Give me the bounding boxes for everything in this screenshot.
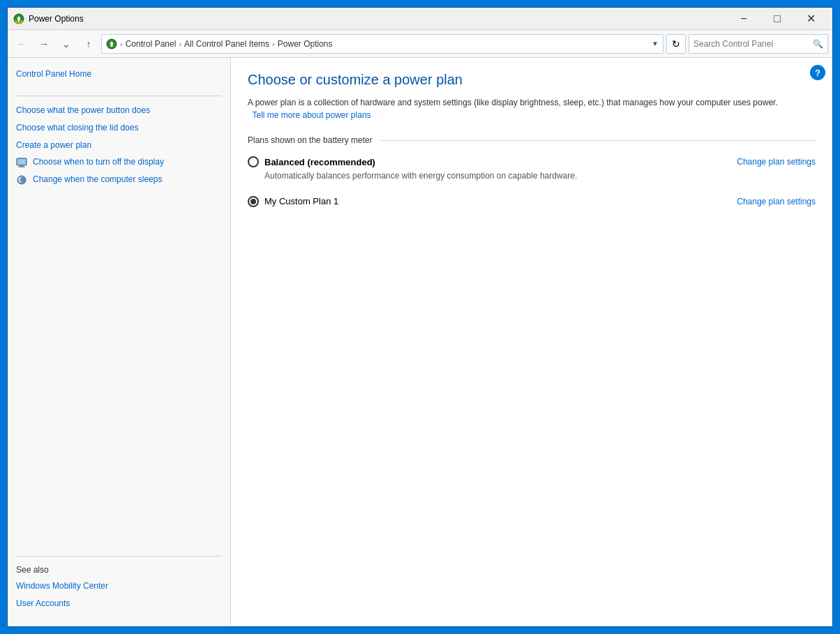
sidebar-item-computer-sleeps[interactable]: Change when the computer sleeps [16,174,222,186]
sidebar-link-label-power-button: Choose what the power button does [16,105,150,116]
app-icon [13,13,24,24]
main-window: Power Options − □ ✕ ← → ⌄ ↑ › Control Pa… [7,7,833,627]
sidebar-home-link[interactable]: Control Panel Home [16,69,222,79]
title-bar: Power Options − □ ✕ [8,8,832,30]
dropdown-arrow-button[interactable]: ⌄ [57,34,76,54]
description-link-text: Tell me more about power plans [252,110,370,120]
sidebar-link-label-closing-lid: Choose what closing the lid does [16,122,138,134]
plan-change-link-balanced[interactable]: Change plan settings [737,157,816,167]
up-button[interactable]: ↑ [79,34,98,54]
minimize-button[interactable]: − [728,8,760,29]
sidebar-divider-1 [16,96,222,96]
sep3: › [272,40,275,48]
sidebar-item-create-plan[interactable]: Create a power plan [16,139,222,151]
description-link[interactable]: Tell me more about power plans [250,110,370,120]
plans-section-divider [381,140,816,141]
plan-name-custom1: My Custom Plan 1 [264,196,338,206]
plans-section-label: Plans shown on the battery meter [248,135,373,145]
svg-rect-5 [17,159,26,165]
window-controls: − □ ✕ [728,8,827,29]
window-title: Power Options [29,14,728,24]
maximize-button[interactable]: □ [761,8,793,29]
plan-name-balanced: Balanced (recommended) [264,157,375,167]
breadcrumb-all-items[interactable]: All Control Panel Items [184,39,269,49]
svg-rect-4 [18,167,25,167]
help-button[interactable]: ? [810,65,825,80]
see-also-title: See also [16,565,222,575]
search-icon: 🔍 [813,39,823,49]
radio-dot-custom1 [250,199,256,204]
description: A power plan is a collection of hardware… [248,96,778,121]
close-button[interactable]: ✕ [795,8,827,29]
path-dropdown-icon[interactable]: ▼ [652,40,659,47]
back-button[interactable]: ← [12,34,31,54]
plan-label-group-custom1: My Custom Plan 1 [248,196,338,207]
plan-row-balanced: Balanced (recommended) Change plan setti… [248,156,816,167]
main-content: ? Choose or customize a power plan A pow… [231,58,832,626]
plan-radio-custom1[interactable] [248,196,259,207]
sidebar-item-user-accounts[interactable]: User Accounts [16,598,222,610]
plans-section-header: Plans shown on the battery meter [248,135,816,145]
content-area: Control Panel Home Choose what the power… [8,58,832,626]
sidebar-link-label-create-plan: Create a power plan [16,139,91,151]
plan-radio-balanced[interactable] [248,156,259,167]
see-also-divider [16,556,222,557]
sidebar: Control Panel Home Choose what the power… [8,58,231,626]
sidebar-item-power-button[interactable]: Choose what the power button does [16,105,222,116]
plan-item-balanced: Balanced (recommended) Change plan setti… [248,156,816,182]
path-icon [106,38,117,50]
refresh-button[interactable]: ↻ [666,34,686,54]
address-bar: ← → ⌄ ↑ › Control Panel › All Control Pa… [8,30,832,58]
sidebar-link-label-display: Choose when to turn off the display [33,156,164,168]
windows-mobility-label: Windows Mobility Center [16,580,108,592]
plan-change-link-custom1[interactable]: Change plan settings [737,197,816,206]
plan-item-custom1: My Custom Plan 1 Change plan settings [248,196,816,207]
forward-button[interactable]: → [34,34,54,54]
breadcrumb-power-options[interactable]: Power Options [278,39,333,49]
sidebar-item-windows-mobility[interactable]: Windows Mobility Center [16,580,222,592]
sidebar-link-label-sleeps: Change when the computer sleeps [33,174,162,186]
description-text: A power plan is a collection of hardware… [248,98,778,107]
plan-row-custom1: My Custom Plan 1 Change plan settings [248,196,816,207]
sidebar-item-closing-lid[interactable]: Choose what closing the lid does [16,122,222,134]
page-title: Choose or customize a power plan [248,72,816,88]
search-input[interactable] [693,39,813,49]
plan-label-group-balanced: Balanced (recommended) [248,156,375,167]
display-icon [16,157,27,168]
sep1: › [120,40,123,48]
sleep-icon [16,174,27,186]
search-box: 🔍 [689,34,828,54]
sep2: › [179,40,181,48]
sidebar-item-turn-off-display[interactable]: Choose when to turn off the display [16,156,222,168]
plan-desc-balanced: Automatically balances performance with … [264,170,816,182]
svg-rect-3 [20,165,24,167]
user-accounts-label: User Accounts [16,598,70,610]
see-also-section: See also Windows Mobility Center User Ac… [16,548,222,615]
breadcrumb-control-panel[interactable]: Control Panel [126,39,177,49]
address-path: › Control Panel › All Control Panel Item… [101,34,663,54]
